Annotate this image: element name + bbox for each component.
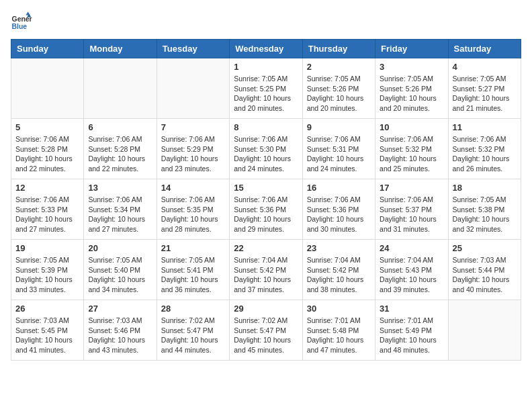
day-detail: Sunrise: 7:04 AMSunset: 5:42 PMDaylight:… (307, 255, 371, 295)
day-number: 27 (88, 304, 152, 314)
day-cell: 18Sunrise: 7:05 AMSunset: 5:38 PMDayligh… (448, 179, 521, 240)
day-number: 29 (234, 304, 298, 314)
day-detail: Sunrise: 7:05 AMSunset: 5:26 PMDaylight:… (307, 74, 371, 113)
day-cell (448, 300, 521, 361)
day-number: 15 (234, 183, 298, 193)
calendar-header-row: SundayMondayTuesdayWednesdayThursdayFrid… (11, 40, 521, 58)
day-detail: Sunrise: 7:06 AMSunset: 5:37 PMDaylight:… (380, 195, 443, 234)
day-detail: Sunrise: 7:04 AMSunset: 5:42 PMDaylight:… (234, 255, 298, 295)
day-number: 19 (15, 243, 79, 253)
day-detail: Sunrise: 7:06 AMSunset: 5:28 PMDaylight:… (88, 134, 152, 174)
day-number: 31 (380, 304, 443, 314)
day-cell: 28Sunrise: 7:02 AMSunset: 5:47 PMDayligh… (157, 300, 229, 361)
week-row-4: 19Sunrise: 7:05 AMSunset: 5:39 PMDayligh… (11, 240, 521, 300)
day-cell: 2Sunrise: 7:05 AMSunset: 5:26 PMDaylight… (302, 58, 375, 119)
day-number: 26 (15, 304, 79, 314)
day-number: 23 (307, 243, 371, 253)
day-number: 17 (380, 183, 443, 193)
day-cell: 4Sunrise: 7:05 AMSunset: 5:27 PMDaylight… (448, 58, 521, 119)
day-detail: Sunrise: 7:05 AMSunset: 5:25 PMDaylight:… (234, 74, 298, 113)
day-detail: Sunrise: 7:06 AMSunset: 5:32 PMDaylight:… (380, 134, 443, 174)
day-number: 12 (15, 183, 79, 193)
day-number: 14 (161, 183, 225, 193)
col-header-thursday: Thursday (302, 40, 375, 58)
logo-icon: General Blue (11, 11, 32, 32)
col-header-saturday: Saturday (448, 40, 521, 58)
day-cell: 11Sunrise: 7:06 AMSunset: 5:32 PMDayligh… (448, 119, 521, 179)
day-cell: 23Sunrise: 7:04 AMSunset: 5:42 PMDayligh… (302, 240, 375, 300)
col-header-sunday: Sunday (11, 40, 84, 58)
day-number: 2 (307, 62, 371, 72)
day-cell: 16Sunrise: 7:06 AMSunset: 5:36 PMDayligh… (302, 179, 375, 240)
day-detail: Sunrise: 7:05 AMSunset: 5:39 PMDaylight:… (15, 255, 79, 295)
day-number: 8 (234, 122, 298, 132)
col-header-wednesday: Wednesday (230, 40, 302, 58)
day-detail: Sunrise: 7:06 AMSunset: 5:33 PMDaylight:… (15, 195, 79, 234)
day-detail: Sunrise: 7:03 AMSunset: 5:45 PMDaylight:… (15, 316, 79, 355)
day-cell (84, 58, 157, 119)
day-detail: Sunrise: 7:04 AMSunset: 5:43 PMDaylight:… (380, 255, 443, 295)
day-cell: 24Sunrise: 7:04 AMSunset: 5:43 PMDayligh… (375, 240, 448, 300)
svg-marker-2 (26, 12, 30, 15)
day-detail: Sunrise: 7:05 AMSunset: 5:26 PMDaylight:… (380, 74, 443, 113)
day-detail: Sunrise: 7:02 AMSunset: 5:47 PMDaylight:… (234, 316, 298, 355)
day-number: 10 (380, 122, 443, 132)
day-cell: 20Sunrise: 7:05 AMSunset: 5:40 PMDayligh… (84, 240, 157, 300)
day-cell: 17Sunrise: 7:06 AMSunset: 5:37 PMDayligh… (375, 179, 448, 240)
day-number: 1 (234, 62, 298, 72)
day-detail: Sunrise: 7:05 AMSunset: 5:41 PMDaylight:… (161, 255, 225, 295)
day-cell: 10Sunrise: 7:06 AMSunset: 5:32 PMDayligh… (375, 119, 448, 179)
day-cell: 29Sunrise: 7:02 AMSunset: 5:47 PMDayligh… (230, 300, 302, 361)
svg-text:Blue: Blue (12, 23, 28, 30)
day-cell: 5Sunrise: 7:06 AMSunset: 5:28 PMDaylight… (11, 119, 84, 179)
day-cell: 27Sunrise: 7:03 AMSunset: 5:46 PMDayligh… (84, 300, 157, 361)
day-detail: Sunrise: 7:06 AMSunset: 5:35 PMDaylight:… (161, 195, 225, 234)
day-cell: 3Sunrise: 7:05 AMSunset: 5:26 PMDaylight… (375, 58, 448, 119)
day-detail: Sunrise: 7:06 AMSunset: 5:32 PMDaylight:… (453, 134, 517, 174)
day-detail: Sunrise: 7:03 AMSunset: 5:46 PMDaylight:… (88, 316, 152, 355)
day-cell: 31Sunrise: 7:01 AMSunset: 5:49 PMDayligh… (375, 300, 448, 361)
day-number: 30 (307, 304, 371, 314)
day-cell: 13Sunrise: 7:06 AMSunset: 5:34 PMDayligh… (84, 179, 157, 240)
day-detail: Sunrise: 7:06 AMSunset: 5:29 PMDaylight:… (161, 134, 225, 174)
day-cell: 8Sunrise: 7:06 AMSunset: 5:30 PMDaylight… (230, 119, 302, 179)
day-number: 22 (234, 243, 298, 253)
col-header-friday: Friday (375, 40, 448, 58)
week-row-1: 1Sunrise: 7:05 AMSunset: 5:25 PMDaylight… (11, 58, 521, 119)
day-number: 5 (15, 122, 79, 132)
day-number: 28 (161, 304, 225, 314)
week-row-3: 12Sunrise: 7:06 AMSunset: 5:33 PMDayligh… (11, 179, 521, 240)
day-detail: Sunrise: 7:05 AMSunset: 5:27 PMDaylight:… (453, 74, 517, 113)
day-detail: Sunrise: 7:06 AMSunset: 5:28 PMDaylight:… (15, 134, 79, 174)
day-number: 4 (453, 62, 517, 72)
day-number: 21 (161, 243, 225, 253)
day-cell (157, 58, 229, 119)
day-cell: 19Sunrise: 7:05 AMSunset: 5:39 PMDayligh… (11, 240, 84, 300)
day-detail: Sunrise: 7:06 AMSunset: 5:34 PMDaylight:… (88, 195, 152, 234)
week-row-2: 5Sunrise: 7:06 AMSunset: 5:28 PMDaylight… (11, 119, 521, 179)
day-number: 9 (307, 122, 371, 132)
day-cell: 7Sunrise: 7:06 AMSunset: 5:29 PMDaylight… (157, 119, 229, 179)
day-detail: Sunrise: 7:06 AMSunset: 5:36 PMDaylight:… (307, 195, 371, 234)
day-detail: Sunrise: 7:01 AMSunset: 5:48 PMDaylight:… (307, 316, 371, 355)
day-detail: Sunrise: 7:02 AMSunset: 5:47 PMDaylight:… (161, 316, 225, 355)
day-detail: Sunrise: 7:05 AMSunset: 5:40 PMDaylight:… (88, 255, 152, 295)
day-number: 25 (453, 243, 517, 253)
day-cell: 22Sunrise: 7:04 AMSunset: 5:42 PMDayligh… (230, 240, 302, 300)
day-cell: 14Sunrise: 7:06 AMSunset: 5:35 PMDayligh… (157, 179, 229, 240)
day-number: 7 (161, 122, 225, 132)
day-cell: 6Sunrise: 7:06 AMSunset: 5:28 PMDaylight… (84, 119, 157, 179)
day-cell: 30Sunrise: 7:01 AMSunset: 5:48 PMDayligh… (302, 300, 375, 361)
day-number: 24 (380, 243, 443, 253)
day-number: 6 (88, 122, 152, 132)
day-detail: Sunrise: 7:06 AMSunset: 5:30 PMDaylight:… (234, 134, 298, 174)
day-detail: Sunrise: 7:06 AMSunset: 5:36 PMDaylight:… (234, 195, 298, 234)
day-number: 13 (88, 183, 152, 193)
day-cell: 26Sunrise: 7:03 AMSunset: 5:45 PMDayligh… (11, 300, 84, 361)
day-number: 20 (88, 243, 152, 253)
day-number: 3 (380, 62, 443, 72)
day-cell: 12Sunrise: 7:06 AMSunset: 5:33 PMDayligh… (11, 179, 84, 240)
day-cell: 25Sunrise: 7:03 AMSunset: 5:44 PMDayligh… (448, 240, 521, 300)
day-detail: Sunrise: 7:05 AMSunset: 5:38 PMDaylight:… (453, 195, 517, 234)
day-number: 16 (307, 183, 371, 193)
